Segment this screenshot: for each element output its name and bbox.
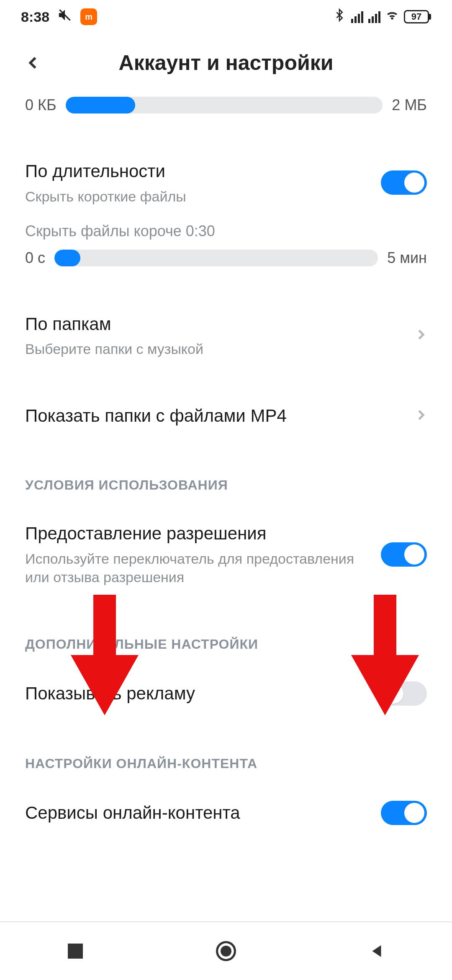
battery-indicator: 97 xyxy=(404,10,431,23)
signal-bars-icon-2 xyxy=(368,10,380,23)
size-slider-track[interactable] xyxy=(66,97,383,113)
folders-row[interactable]: По папкам Выберите папки с музыкой xyxy=(25,313,427,358)
section-terms: УСЛОВИЯ ИСПОЛЬЗОВАНИЯ xyxy=(25,477,427,493)
app-header: Аккаунт и настройки xyxy=(0,34,452,92)
duration-max-label: 5 мин xyxy=(387,249,427,267)
nav-home-button[interactable] xyxy=(213,939,239,964)
nav-back-button[interactable] xyxy=(364,939,389,964)
duration-title: По длительности xyxy=(25,160,368,183)
status-time: 8:38 xyxy=(21,9,49,25)
duration-slider-fill xyxy=(54,250,80,266)
status-bar: 8:38 m 97 xyxy=(0,0,452,34)
duration-subtitle: Скрыть короткие файлы xyxy=(25,187,368,206)
duration-toggle[interactable] xyxy=(381,170,427,195)
mi-app-icon: m xyxy=(80,8,97,25)
mp4-row[interactable]: Показать папки с файлами MP4 xyxy=(25,405,427,428)
wifi-icon xyxy=(385,8,399,25)
folders-subtitle: Выберите папки с музыкой xyxy=(25,340,414,358)
online-services-title: Сервисы онлайн-контента xyxy=(25,802,368,825)
section-online: НАСТРОЙКИ ОНЛАЙН-КОНТЕНТА xyxy=(25,756,427,771)
annotation-arrow-right xyxy=(347,595,423,717)
chevron-right-icon xyxy=(414,409,427,423)
file-size-slider[interactable]: 0 КБ 2 МБ xyxy=(25,96,427,114)
system-nav-bar xyxy=(0,921,452,980)
signal-bars-icon xyxy=(351,10,363,23)
permission-toggle[interactable] xyxy=(381,542,427,567)
chevron-right-icon xyxy=(414,328,427,343)
page-title: Аккаунт и настройки xyxy=(21,51,431,75)
size-min-label: 0 КБ xyxy=(25,96,56,114)
size-slider-fill xyxy=(66,97,136,113)
online-services-row[interactable]: Сервисы онлайн-контента xyxy=(25,801,427,825)
mute-icon xyxy=(57,7,73,26)
battery-pct: 97 xyxy=(411,11,421,22)
annotation-arrow-left xyxy=(67,595,142,717)
mp4-title: Показать папки с файлами MP4 xyxy=(25,405,414,428)
bluetooth-icon xyxy=(333,8,346,25)
duration-slider-track[interactable] xyxy=(54,250,378,266)
size-max-label: 2 МБ xyxy=(392,96,427,114)
permission-subtitle: Используйте переключатель для предоставл… xyxy=(25,549,368,586)
duration-slider[interactable]: 0 с 5 мин xyxy=(25,249,427,267)
folders-title: По папкам xyxy=(25,313,414,336)
duration-row[interactable]: По длительности Скрыть короткие файлы xyxy=(25,160,427,206)
nav-recents-button[interactable] xyxy=(63,939,88,964)
permission-title: Предоставление разрешения xyxy=(25,522,368,545)
duration-min-label: 0 с xyxy=(25,249,45,267)
permission-row[interactable]: Предоставление разрешения Используйте пе… xyxy=(25,522,427,586)
duration-hide-note: Скрыть файлы короче 0:30 xyxy=(25,222,427,240)
online-services-toggle[interactable] xyxy=(381,801,427,825)
